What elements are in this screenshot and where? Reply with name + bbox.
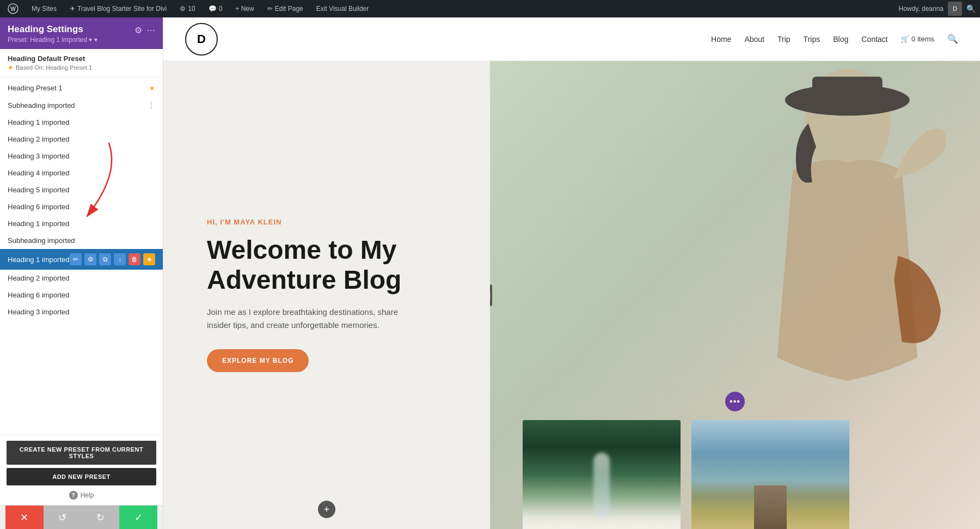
list-item[interactable]: Heading 1 imported [0,215,163,232]
create-preset-button[interactable]: CREATE NEW PRESET FROM CURRENT STYLES [7,441,156,465]
my-sites-item[interactable]: My Sites [28,0,60,17]
preset-name: Heading Preset 1 [8,84,149,92]
list-item[interactable]: Heading 1 imported [0,114,163,131]
comments-item[interactable]: 💬 0 [205,0,226,17]
bottom-photos [523,420,855,529]
site-name-label: Travel Blog Starter Site for Divi [77,5,167,13]
admin-bar: W My Sites ✈ Travel Blog Starter Site fo… [0,0,980,17]
preset-name: Heading 2 imported [8,274,155,282]
preset-list[interactable]: Heading Preset 1 ★ Subheading imported ⋮… [0,77,163,435]
more-icon[interactable]: ⋯ [146,25,155,35]
hero-right-image: ••• ◀ [490,61,980,529]
dock-photo [691,420,849,529]
preset-subtitle[interactable]: Preset: Heading 1 imported ▾ [8,36,97,44]
sidebar-panel: Heading Settings Preset: Heading 1 impor… [0,17,163,529]
website-preview: D Home About Trip Trips Blog Contact 🛒 0… [163,17,980,529]
preset-star-icon: ★ [149,84,155,92]
add-preset-button[interactable]: ADD NEW PRESET [7,468,156,485]
sidebar-header-text: Heading Settings Preset: Heading 1 impor… [8,24,97,44]
undo-icon: ↺ [58,512,66,524]
dots-menu-icon[interactable]: ⋮ [148,101,155,110]
nav-links: Home About Trip Trips Blog Contact 🛒 0 i… [711,34,958,44]
list-item[interactable]: Heading 5 imported [0,181,163,198]
list-item[interactable]: Heading 2 imported [0,270,163,287]
wp-icon: W [8,3,19,14]
copy-preset-icon[interactable]: ⧉ [99,253,111,265]
sidebar-header-icons: ⚙ ⋯ [134,25,155,35]
list-item[interactable]: Subheading imported ⋮ [0,96,163,114]
nav-trip[interactable]: Trip [777,35,791,44]
wp-logo-item[interactable]: W [4,0,22,17]
howdy-label: Howdy, deanna [899,5,944,13]
nav-trips[interactable]: Trips [804,35,820,44]
exit-builder-label: Exit Visual Builder [316,5,369,13]
edit-preset-icon[interactable]: ✏ [70,253,82,265]
comments-icon: 💬 [209,5,217,13]
list-item[interactable]: Heading Preset 1 ★ [0,80,163,96]
nav-home[interactable]: Home [711,35,731,44]
updates-item[interactable]: ⚙ 10 [176,0,198,17]
help-icon: ? [69,491,78,500]
star-icon: ★ [8,64,14,71]
my-sites-label: My Sites [32,5,57,13]
sidebar-header: Heading Settings Preset: Heading 1 impor… [0,17,163,49]
nav-search-icon[interactable]: 🔍 [947,34,958,44]
export-preset-icon[interactable]: ↓ [114,253,126,265]
help-label: Help [81,491,94,499]
list-item[interactable]: Heading 6 imported [0,287,163,303]
confirm-button[interactable]: ✓ [119,506,157,530]
cancel-icon: ✕ [20,512,28,524]
svg-text:W: W [10,6,16,12]
based-on-label: Based On: Heading Preset 1 [16,64,92,71]
explore-button[interactable]: EXPLORE MY BLOG [207,349,309,372]
preset-name: Heading 3 imported [8,152,155,160]
new-label: + New [235,5,254,13]
site-name-item[interactable]: ✈ Travel Blog Starter Site for Divi [66,0,170,17]
undo-button[interactable]: ↺ [44,506,82,530]
add-section-button[interactable]: + [318,501,335,518]
settings-icon[interactable]: ⚙ [134,25,142,35]
search-icon[interactable]: 🔍 [966,4,976,13]
dots-icon: ••• [730,397,740,406]
delete-preset-icon[interactable]: 🗑 [128,253,140,265]
exit-builder-item[interactable]: Exit Visual Builder [313,0,372,17]
edit-page-item[interactable]: ✏ Edit Page [264,0,307,17]
bottom-action-bar: ✕ ↺ ↻ ✓ [0,505,163,529]
preset-name: Heading 4 imported [8,169,155,177]
hero-tagline: HI, I'M MAYA KLEIN [207,218,457,226]
hero-description: Join me as I explore breathtaking destin… [207,306,403,332]
preset-name: Subheading imported [8,236,155,245]
list-item[interactable]: Heading 2 imported [0,131,163,148]
nav-about[interactable]: About [744,35,764,44]
hero-section: HI, I'M MAYA KLEIN Welcome to My Adventu… [163,61,980,529]
waterfall-photo [523,420,681,529]
nav-cart[interactable]: 🛒 0 items [901,35,934,43]
new-item[interactable]: + New [232,0,257,17]
list-item[interactable]: Heading 4 imported [0,165,163,181]
site-navigation: D Home About Trip Trips Blog Contact 🛒 0… [163,17,980,61]
gear-preset-icon[interactable]: ⚙ [84,253,96,265]
three-dots-button[interactable]: ••• [725,392,745,411]
list-item[interactable]: Heading 3 imported [0,148,163,165]
edit-icon: ✏ [267,5,273,13]
list-item[interactable]: Heading 6 imported [0,198,163,215]
user-avatar[interactable]: D [948,2,962,16]
main-content: Heading Settings Preset: Heading 1 impor… [0,17,980,529]
hero-left: HI, I'M MAYA KLEIN Welcome to My Adventu… [163,61,490,529]
list-item[interactable]: Heading 3 imported [0,303,163,320]
cancel-button[interactable]: ✕ [5,506,44,530]
preset-name: Heading 6 imported [8,291,155,299]
redo-button[interactable]: ↻ [82,506,120,530]
nav-contact[interactable]: Contact [861,35,887,44]
preset-name: Heading 2 imported [8,135,155,143]
list-item[interactable]: Subheading imported [0,232,163,249]
nav-blog[interactable]: Blog [833,35,848,44]
admin-bar-right: Howdy, deanna D 🔍 [899,2,976,16]
panel-collapse-handle[interactable]: ◀ [490,284,492,306]
help-link[interactable]: ? Help [7,491,156,500]
site-logo: D [185,23,218,56]
preset-name: Subheading imported [8,101,148,110]
star-preset-icon[interactable]: ★ [143,253,155,265]
redo-icon: ↻ [96,512,105,524]
active-preset-item[interactable]: Heading 1 imported ✏ ⚙ ⧉ ↓ 🗑 ★ [0,249,163,270]
